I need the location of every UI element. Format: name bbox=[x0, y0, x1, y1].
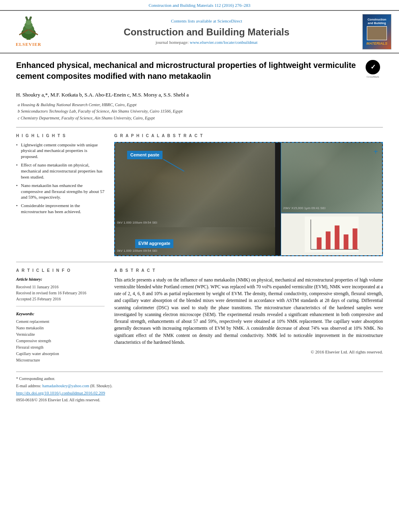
evm-aggregate-label: EVM aggregate bbox=[135, 239, 173, 248]
plus-icon: + bbox=[374, 146, 378, 157]
keyword-4: Compressive strength bbox=[16, 338, 105, 344]
crossmark-badge: ✓ CrossMark bbox=[363, 60, 383, 79]
keyword-5: Flexural strength bbox=[16, 344, 105, 351]
graphical-abstract-image: Cement paste 0kV 1.000 100um 09:54 SEI + bbox=[114, 142, 383, 256]
header-center: Contents lists available at ScienceDirec… bbox=[56, 18, 358, 45]
elsevier-tree-icon bbox=[12, 16, 45, 41]
graphical-abstract-column: G R A P H I C A L A B S T R A C T Cement… bbox=[114, 133, 383, 256]
affiliation-3: c Chemistry Department, Faculty of Scien… bbox=[16, 115, 383, 121]
highlight-item-4: Considerable improvement in the microstr… bbox=[16, 203, 105, 215]
highlights-header: H I G H L I G H T S bbox=[16, 133, 105, 139]
journal-homepage: journal homepage: www.elsevier.com/locat… bbox=[56, 39, 358, 45]
journal-cover: Constructionand Building MATERIALS bbox=[362, 14, 393, 49]
keyword-2: Nano metakaolin bbox=[16, 325, 105, 331]
svg-rect-16 bbox=[352, 228, 357, 249]
svg-rect-12 bbox=[317, 237, 321, 249]
crossmark-icon: ✓ bbox=[366, 60, 380, 74]
svg-rect-6 bbox=[29, 16, 32, 21]
affiliation-2: b Semiconductors Technology Lab, Faculty… bbox=[16, 109, 383, 115]
divider-1 bbox=[16, 127, 383, 127]
cover-box: Constructionand Building MATERIALS bbox=[362, 14, 391, 49]
doi-link[interactable]: http://dx.doi.org/10.1016/j.conbuildmat.… bbox=[16, 390, 383, 396]
abstract-column: A B S T R A C T This article presents a … bbox=[114, 268, 383, 364]
article-info-column: A R T I C L E I N F O Article history: R… bbox=[16, 268, 105, 364]
corresponding-note-text: * Corresponding author. bbox=[16, 376, 55, 381]
svg-rect-9 bbox=[304, 216, 358, 252]
article-info-header: A R T I C L E I N F O bbox=[16, 268, 105, 273]
affiliation-1: a Housing & Building National Research C… bbox=[16, 102, 383, 108]
cover-materials-text: MATERIALS bbox=[366, 41, 387, 46]
svg-rect-5 bbox=[25, 16, 28, 21]
elsevier-logo-area: ELSEVIER bbox=[6, 16, 51, 47]
svg-rect-13 bbox=[325, 231, 330, 249]
highlight-item-3: Nano metakaolin has enhanced the compres… bbox=[16, 183, 105, 201]
journal-link-bar: Construction and Building Materials 112 … bbox=[0, 0, 399, 10]
article-history-title: Article history: bbox=[16, 277, 105, 283]
email-line: E-mail address: hamadashoukry@yahoo.com … bbox=[16, 383, 383, 389]
article-history-accepted: Accepted 25 February 2016 bbox=[16, 296, 105, 302]
chart-svg bbox=[281, 214, 382, 255]
copyright-line: © 2016 Elsevier Ltd. All rights reserved… bbox=[114, 349, 383, 355]
keyword-3: Vermiculite bbox=[16, 331, 105, 338]
science-direct-line: Contents lists available at ScienceDirec… bbox=[56, 18, 358, 24]
highlight-item-2: Effect of nano metakaolin on physical, m… bbox=[16, 162, 105, 180]
article-history-received: Received 11 January 2016 bbox=[16, 284, 105, 290]
issn-text: 0950-0618/© 2016 Elsevier Ltd. All right… bbox=[16, 397, 383, 403]
keywords-title: Keywords: bbox=[16, 311, 105, 317]
highlights-graphical-section: H I G H L I G H T S Lightweight cement c… bbox=[16, 133, 383, 256]
article-info-abstract-section: A R T I C L E I N F O Article history: R… bbox=[16, 268, 383, 364]
cement-paste-label: Cement paste bbox=[127, 151, 162, 159]
highlights-column: H I G H L I G H T S Lightweight cement c… bbox=[16, 133, 105, 256]
footer-area: * Corresponding author. E-mail address: … bbox=[16, 372, 383, 407]
cover-title-text: Constructionand Building bbox=[368, 18, 387, 25]
abstract-header: A B S T R A C T bbox=[114, 268, 383, 273]
authors-line: H. Shoukry a,*, M.F. Kotkata b, S.A. Abo… bbox=[16, 91, 383, 99]
keyword-7: Microstructure bbox=[16, 357, 105, 364]
main-content: Enhanced physical, mechanical and micros… bbox=[0, 53, 399, 413]
keyword-6: Capillary water absorption bbox=[16, 351, 105, 357]
article-title-section: Enhanced physical, mechanical and micros… bbox=[16, 60, 383, 86]
page-wrapper: Construction and Building Materials 112 … bbox=[0, 0, 399, 532]
journal-title-header: Construction and Building Materials bbox=[56, 25, 358, 39]
elsevier-logo: ELSEVIER bbox=[12, 16, 45, 47]
elsevier-text: ELSEVIER bbox=[16, 41, 41, 47]
svg-rect-14 bbox=[335, 225, 339, 249]
abstract-text: This article presents a study on the inf… bbox=[114, 277, 383, 346]
journal-homepage-label: journal homepage: bbox=[156, 40, 189, 45]
email-name: (H. Shoukry). bbox=[90, 384, 112, 388]
keywords-divider bbox=[16, 306, 105, 306]
highlights-list: Lightweight cement composite with unique… bbox=[16, 142, 105, 215]
svg-rect-15 bbox=[343, 234, 348, 249]
email-address[interactable]: hamadashoukry@yahoo.com bbox=[42, 384, 89, 388]
contents-available-text: Contents lists available at bbox=[171, 18, 216, 23]
science-direct-link-text[interactable]: ScienceDirect bbox=[217, 18, 242, 23]
article-history-revised: Received in revised form 16 February 201… bbox=[16, 290, 105, 296]
email-label: E-mail address: bbox=[16, 384, 41, 388]
highlight-item-1: Lightweight cement composite with unique… bbox=[16, 142, 105, 160]
graphical-abstract-header: G R A P H I C A L A B S T R A C T bbox=[114, 133, 383, 139]
divider-2 bbox=[16, 262, 383, 262]
article-title: Enhanced physical, mechanical and micros… bbox=[16, 60, 356, 82]
journal-homepage-url[interactable]: www.elsevier.com/locate/conbuildmat bbox=[190, 40, 258, 45]
cover-thumbnail bbox=[367, 26, 387, 40]
crossmark-label: CrossMark bbox=[366, 75, 379, 79]
journal-citation: Construction and Building Materials 112 … bbox=[148, 3, 250, 8]
keyword-1: Cement replacement bbox=[16, 318, 105, 325]
authors-text: H. Shoukry a,*, M.F. Kotkata b, S.A. Abo… bbox=[16, 92, 189, 98]
affiliations: a Housing & Building National Research C… bbox=[16, 102, 383, 121]
header-section: ELSEVIER Contents lists available at Sci… bbox=[0, 10, 399, 53]
corresponding-author-note: * Corresponding author. bbox=[16, 376, 383, 382]
